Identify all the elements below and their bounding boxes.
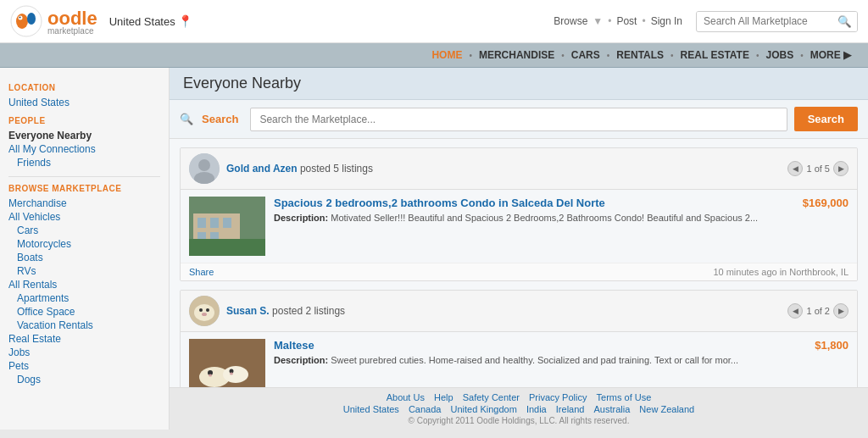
listing-footer-1: Share 10 minutes ago in Northbrook, IL <box>181 263 857 280</box>
main-layout: LOCATION United States PEOPLE Everyone N… <box>0 68 868 430</box>
header-search-input[interactable] <box>697 12 832 30</box>
sidebar-vacation-rentals[interactable]: Vacation Rentals <box>8 319 160 332</box>
footer-india[interactable]: India <box>526 404 547 414</box>
svg-point-21 <box>202 313 207 316</box>
browse-section-label: BROWSE MARKETPLACE <box>8 184 160 193</box>
sidebar-merchandise[interactable]: Merchandise <box>8 197 160 210</box>
listing-title-1[interactable]: Spacious 2 bedrooms,2 bathrooms Condo in… <box>274 197 605 209</box>
nav-jobs[interactable]: JOBS <box>759 47 800 63</box>
pagination-text-2: 1 of 2 <box>806 306 830 316</box>
listing-header-1: Gold and Azen posted 5 listings ◀ 1 of 5… <box>181 148 857 190</box>
nav-home[interactable]: HOME <box>425 47 469 63</box>
sidebar-boats[interactable]: Boats <box>8 251 160 264</box>
sidebar-motorcycles[interactable]: Motorcycles <box>8 237 160 251</box>
nav-sep-2: • <box>642 15 645 27</box>
footer-help[interactable]: Help <box>434 392 453 402</box>
pagination-text-1: 1 of 5 <box>806 164 830 174</box>
sidebar-everyone-nearby[interactable]: Everyone Nearby <box>8 129 160 142</box>
footer-australia[interactable]: Australia <box>594 404 631 414</box>
sidebar-apartments[interactable]: Apartments <box>8 291 160 305</box>
logo-brand: oodle <box>47 8 97 29</box>
pagination-next-2[interactable]: ▶ <box>833 303 849 319</box>
footer-privacy[interactable]: Privacy Policy <box>529 392 587 402</box>
nav-merchandise[interactable]: MERCHANDISE <box>472 47 561 63</box>
sidebar-friends[interactable]: Friends <box>8 156 160 169</box>
listing-body-1: Spacious 2 bedrooms,2 bathrooms Condo in… <box>181 190 857 263</box>
sidebar-rvs[interactable]: RVs <box>8 264 160 278</box>
content-area: Everyone Nearby 🔍 Search Search Gold and… <box>170 68 868 430</box>
nav-bar: HOME • MERCHANDISE • CARS • RENTALS • RE… <box>0 43 868 68</box>
header-search-box: 🔍 <box>696 11 858 32</box>
logo-text-group: oodle marketplace <box>47 8 97 36</box>
nav-real-estate[interactable]: REAL ESTATE <box>674 47 756 63</box>
sidebar-all-connections[interactable]: All My Connections <box>8 142 160 156</box>
location-section-label: LOCATION <box>8 83 160 92</box>
pagination-prev-1[interactable]: ◀ <box>787 161 803 176</box>
search-label: Search <box>202 113 238 125</box>
sidebar-location-link[interactable]: United States <box>8 96 160 109</box>
logo-subtitle: marketplace <box>47 26 97 36</box>
listing-avatar-1 <box>189 153 220 184</box>
logo-area: oodle marketplace <box>10 5 97 37</box>
footer-safety[interactable]: Safety Center <box>463 392 520 402</box>
listing-details-2: Maltese $1,800 Description: Sweet purebr… <box>274 339 849 387</box>
header-location[interactable]: United States 📍 <box>109 14 192 28</box>
location-pin-icon: 📍 <box>178 14 192 28</box>
listing-thumb-2 <box>189 339 265 387</box>
browse-link[interactable]: Browse <box>554 15 587 27</box>
listing-details-1: Spacious 2 bedrooms,2 bathrooms Condo in… <box>274 197 849 256</box>
listing-price-1: $169,000 <box>803 197 849 209</box>
svg-point-28 <box>230 373 233 375</box>
footer-countries: United States Canada United Kingdom Indi… <box>180 404 858 414</box>
svg-rect-10 <box>198 218 206 228</box>
listing-poster-info-1: Gold and Azen posted 5 listings <box>226 163 781 175</box>
nav-cars[interactable]: CARS <box>565 47 607 63</box>
pagination-next-1[interactable]: ▶ <box>833 161 849 176</box>
poster-name-2: Susan S. <box>226 305 270 317</box>
search-input[interactable] <box>250 108 787 131</box>
sidebar-cars[interactable]: Cars <box>8 224 160 237</box>
pagination-prev-2[interactable]: ◀ <box>787 303 803 319</box>
sidebar-office-space[interactable]: Office Space <box>8 305 160 319</box>
header-search-button[interactable]: 🔍 <box>832 12 857 31</box>
svg-rect-16 <box>189 239 265 256</box>
listing-card-2: Susan S. posted 2 listings ◀ 1 of 2 ▶ <box>180 290 858 387</box>
footer-uk[interactable]: United Kingdom <box>451 404 517 414</box>
search-button[interactable]: Search <box>794 107 858 131</box>
footer-us[interactable]: United States <box>343 404 399 414</box>
sidebar-jobs[interactable]: Jobs <box>8 346 160 359</box>
people-section-label: PEOPLE <box>8 116 160 125</box>
footer-about[interactable]: About Us <box>387 392 425 402</box>
listing-thumb-img-1 <box>189 197 265 256</box>
listing-poster-info-2: Susan S. posted 2 listings <box>226 305 781 317</box>
poster-name-1: Gold and Azen <box>226 163 298 175</box>
poster-suffix-1: posted 5 listings <box>300 163 373 175</box>
header-nav: Browse ▼ • Post • Sign In 🔍 <box>554 11 858 32</box>
footer-canada[interactable]: Canada <box>409 404 442 414</box>
svg-point-4 <box>19 17 21 19</box>
listing-desc-1: Description: Motivated Seller!!! Beautif… <box>274 212 849 225</box>
nav-rentals[interactable]: RENTALS <box>609 47 670 63</box>
nav-more[interactable]: MORE ▶ <box>804 47 858 63</box>
listing-share-1[interactable]: Share <box>189 267 214 277</box>
oodle-logo-icon <box>10 5 42 37</box>
sidebar-real-estate[interactable]: Real Estate <box>8 332 160 346</box>
listing-header-2: Susan S. posted 2 listings ◀ 1 of 2 ▶ <box>181 291 857 332</box>
listing-title-2[interactable]: Maltese <box>274 339 314 352</box>
footer-terms[interactable]: Terms of Use <box>597 392 652 402</box>
listing-avatar-2 <box>189 296 220 326</box>
post-link[interactable]: Post <box>616 15 637 27</box>
svg-point-19 <box>199 308 203 312</box>
sidebar-all-rentals[interactable]: All Rentals <box>8 278 160 291</box>
footer-nz[interactable]: New Zealand <box>639 404 694 414</box>
search-magnifier-icon: 🔍 <box>180 113 193 125</box>
svg-point-1 <box>16 14 28 29</box>
sidebar: LOCATION United States PEOPLE Everyone N… <box>0 68 170 430</box>
sign-in-link[interactable]: Sign In <box>651 15 682 27</box>
page-title: Everyone Nearby <box>183 75 854 92</box>
footer-ireland[interactable]: Ireland <box>556 404 585 414</box>
sidebar-dogs[interactable]: Dogs <box>8 373 160 386</box>
sidebar-all-vehicles[interactable]: All Vehicles <box>8 210 160 224</box>
sidebar-pets[interactable]: Pets <box>8 359 160 373</box>
footer-links: About Us Help Safety Center Privacy Poli… <box>180 392 858 402</box>
